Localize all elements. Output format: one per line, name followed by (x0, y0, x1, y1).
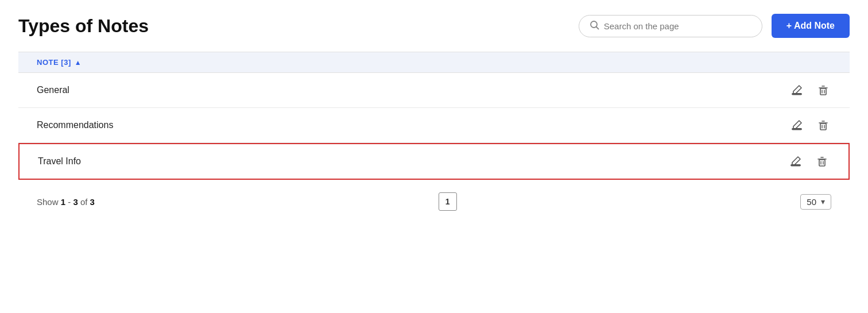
show-text: Show 1 - 3 of 3 (37, 197, 95, 207)
row-actions (789, 118, 831, 132)
sort-icon[interactable]: ▲ (75, 59, 82, 67)
page-container: Types of Notes + Add Note NOTE [3] ▲ G (0, 0, 868, 221)
table-row-highlighted: Travel Info (18, 143, 850, 180)
table-row: Recommendations (18, 108, 850, 143)
row-label: Recommendations (37, 120, 113, 130)
delete-icon (817, 119, 829, 131)
delete-button[interactable] (815, 83, 831, 97)
page-title: Types of Notes (18, 16, 149, 37)
header-row: Types of Notes + Add Note (18, 14, 850, 38)
search-input[interactable] (604, 21, 751, 31)
svg-rect-2 (792, 94, 801, 95)
add-note-button[interactable]: + Add Note (772, 14, 850, 38)
header-right: + Add Note (579, 14, 850, 38)
edit-button[interactable] (788, 154, 804, 168)
search-icon (590, 20, 599, 32)
column-header-label: NOTE [3] (37, 58, 71, 67)
edit-icon (791, 119, 803, 131)
delete-icon (816, 156, 828, 167)
svg-rect-9 (820, 123, 826, 130)
edit-button[interactable] (789, 83, 805, 97)
svg-rect-3 (820, 88, 826, 95)
table-section: NOTE [3] ▲ General (18, 52, 850, 180)
column-header-row: NOTE [3] ▲ (18, 52, 850, 73)
search-box (579, 15, 762, 37)
delete-button[interactable] (815, 118, 831, 132)
delete-button[interactable] (814, 154, 830, 168)
page-numbers: 1 (439, 192, 457, 211)
svg-rect-15 (819, 160, 825, 166)
row-actions (788, 154, 830, 168)
svg-line-1 (596, 26, 598, 29)
edit-icon (790, 156, 801, 167)
chevron-down-icon: ▾ (821, 197, 825, 206)
per-page-select[interactable]: 50 ▾ (800, 194, 831, 210)
svg-rect-8 (792, 129, 801, 130)
row-actions (789, 83, 831, 97)
edit-button[interactable] (789, 118, 805, 132)
per-page-value: 50 (807, 197, 816, 207)
svg-rect-14 (791, 165, 800, 166)
page-number-button[interactable]: 1 (439, 192, 457, 211)
pagination-row: Show 1 - 3 of 3 1 50 ▾ (18, 182, 850, 221)
row-label: Travel Info (38, 156, 81, 167)
delete-icon (817, 84, 829, 96)
table-row: General (18, 73, 850, 108)
row-label: General (37, 85, 69, 95)
edit-icon (791, 84, 803, 96)
